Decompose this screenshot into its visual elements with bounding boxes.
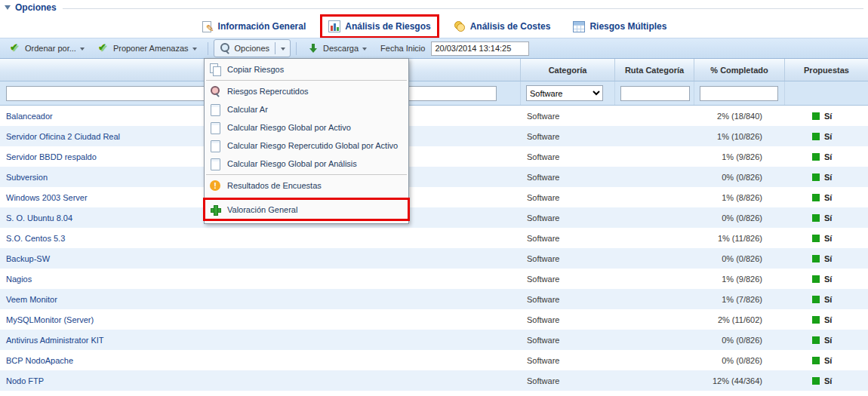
menu-item-valoracion-general[interactable]: Valoración General (205, 199, 408, 219)
propuestas-cell: Sí (785, 336, 868, 345)
chevron-down-icon[interactable] (281, 48, 285, 51)
categoria-cell: Software (521, 376, 615, 385)
completado-filter-input[interactable] (700, 86, 778, 101)
double-check-icon (9, 42, 21, 54)
menu-item-label: Calcular Riesgo Global por Activo (227, 123, 351, 132)
column-header-categoria[interactable]: Categoría (521, 59, 615, 81)
grid-toolbar: Ordenar por... Proponer Amenazas Opcione… (0, 38, 868, 59)
start-date-input[interactable] (431, 41, 529, 56)
menu-item-calcular-riesgo-global-por-analisis[interactable]: Calcular Riesgo Global por Análisis (205, 155, 408, 173)
menu-item-label: Calcular Riesgo Repercutido Global por A… (227, 141, 398, 150)
tab-analisis-de-riesgos[interactable]: Análisis de Riesgos (322, 17, 436, 36)
green-square-icon (812, 112, 820, 120)
categoria-filter-select[interactable]: Software (526, 85, 603, 101)
propuestas-value: Sí (824, 193, 832, 202)
table-row[interactable]: S. O. Ubuntu 8.04 Software 0% (0/826) Sí (0, 207, 868, 228)
asset-name-link[interactable]: MySQLMonitor (Server) (0, 315, 521, 324)
menu-item-calcular-riesgo-global-por-activo[interactable]: Calcular Riesgo Global por Activo (205, 118, 408, 137)
sort-by-button[interactable]: Ordenar por... (4, 39, 90, 57)
menu-item-label: Copiar Riesgos (227, 65, 284, 74)
propose-threats-button[interactable]: Proponer Amenazas (92, 39, 202, 57)
table-row[interactable]: Nodo FTP Software 12% (44/364) Sí (0, 370, 868, 391)
menu-item-calcular-riesgo-repercutido-global-por-activo[interactable]: Calcular Riesgo Repercutido Global por A… (205, 137, 408, 155)
menu-separator (206, 174, 407, 175)
propuestas-cell: Sí (785, 315, 868, 324)
search-red-icon (209, 85, 221, 97)
toolbar-separator (296, 42, 297, 55)
propuestas-value: Sí (824, 315, 832, 324)
download-label: Descarga (323, 44, 359, 53)
menu-item-label: Resultados de Encuestas (227, 181, 322, 190)
tab-label: Análisis de Riesgos (345, 21, 430, 32)
risk-analysis-app: Opciones Información General Análisis de… (0, 0, 868, 396)
propuestas-cell: Sí (785, 275, 868, 284)
menu-item-calcular-ar[interactable]: Calcular Ar (205, 100, 408, 118)
table-row[interactable]: Nagios Software 1% (9/826) Sí (0, 269, 868, 289)
tab-analisis-de-costes[interactable]: Análisis de Costes (448, 17, 557, 36)
table-row[interactable]: Backup-SW Software 0% (0/826) Sí (0, 248, 868, 269)
propuestas-cell: Sí (785, 213, 868, 223)
table-row[interactable]: MySQLMonitor (Server) Software 2% (11/60… (0, 309, 868, 330)
ruta-filter-input[interactable] (620, 86, 690, 101)
column-header-propuestas[interactable]: Propuestas (785, 59, 868, 81)
table-row[interactable]: Balanceador Software 2% (18/840) Sí (0, 106, 868, 126)
menu-item-copiar-riesgos[interactable]: Copiar Riesgos (205, 60, 408, 78)
propuestas-cell: Sí (785, 173, 868, 182)
asset-name-link[interactable]: Veem Monitor (0, 295, 521, 304)
coins-icon (454, 20, 466, 32)
completado-cell: 12% (44/364) (694, 376, 785, 385)
column-header-ruta-categoria[interactable]: Ruta Categoría (615, 59, 694, 81)
column-header-completado[interactable]: % Completado (694, 59, 785, 81)
table-row[interactable]: Antivirus Administrator KIT Software 0% … (0, 330, 868, 350)
tab-bar: Información General Análisis de Riesgos … (0, 15, 868, 38)
table-row[interactable]: Servidor Oficina 2 Ciudad Real Software … (0, 126, 868, 146)
download-button[interactable]: Descarga (302, 39, 372, 57)
asset-name-link[interactable]: Nodo FTP (0, 376, 521, 385)
tab-riesgos-multiples[interactable]: Riesgos Múltiples (567, 17, 673, 36)
asset-name-link[interactable]: Nagios (0, 275, 521, 284)
menu-item-label: Valoración General (227, 205, 297, 214)
table-row[interactable]: Veem Monitor Software 1% (7/826) Sí (0, 289, 868, 309)
propuestas-cell: Sí (785, 356, 868, 365)
options-label: Opciones (235, 44, 269, 53)
bar-chart-icon (328, 20, 340, 32)
edit-icon (202, 20, 214, 32)
page-icon (209, 158, 221, 170)
completado-cell: 0% (0/826) (694, 213, 785, 223)
chevron-down-icon (192, 48, 197, 51)
asset-name-link[interactable]: BCP NodoApache (0, 356, 521, 365)
menu-item-resultados-de-encuestas[interactable]: Resultados de Encuestas (205, 177, 408, 195)
options-button[interactable]: Opciones (214, 39, 291, 57)
asset-name-link[interactable]: Backup-SW (0, 254, 521, 263)
categoria-cell: Software (521, 254, 615, 263)
grid-icon (573, 21, 585, 32)
table-row[interactable]: BCP NodoApache Software 0% (0/826) Sí (0, 350, 868, 370)
menu-separator (206, 80, 407, 81)
propuestas-cell: Sí (785, 295, 868, 304)
chevron-down-icon (362, 48, 367, 51)
propuestas-value: Sí (824, 112, 832, 121)
table-row[interactable]: Servidor BBDD respaldo Software 1% (9/82… (0, 146, 868, 167)
split-divider (275, 42, 275, 54)
filter-cell-completado (694, 81, 785, 105)
propuestas-value: Sí (824, 254, 832, 263)
completado-cell: 0% (0/826) (694, 254, 785, 263)
asset-name-link[interactable]: S.O. Centos 5.3 (0, 234, 521, 243)
categoria-cell: Software (521, 275, 615, 284)
green-square-icon (812, 173, 820, 181)
filter-cell-categoria: Software (521, 81, 615, 105)
grid-filter-row: Software (0, 81, 868, 106)
tab-informacion-general[interactable]: Información General (195, 17, 312, 36)
menu-item-riesgos-repercutidos[interactable]: Riesgos Repercutidos (205, 82, 408, 100)
table-row[interactable]: Windows 2003 Server Software 1% (8/826) … (0, 187, 868, 207)
completado-cell: 1% (9/826) (694, 275, 785, 284)
propuestas-value: Sí (824, 234, 832, 243)
propuestas-value: Sí (824, 132, 832, 141)
collapse-arrow-icon[interactable] (5, 5, 11, 10)
grid-header: Categoría Ruta Categoría % Completado Pr… (0, 59, 868, 81)
asset-name-link[interactable]: Antivirus Administrator KIT (0, 336, 521, 345)
completado-cell: 0% (0/826) (694, 356, 785, 365)
table-row[interactable]: S.O. Centos 5.3 Software 1% (11/826) Sí (0, 228, 868, 248)
table-row[interactable]: Subversion Software 0% (0/826) Sí (0, 167, 868, 187)
categoria-cell: Software (521, 173, 615, 182)
